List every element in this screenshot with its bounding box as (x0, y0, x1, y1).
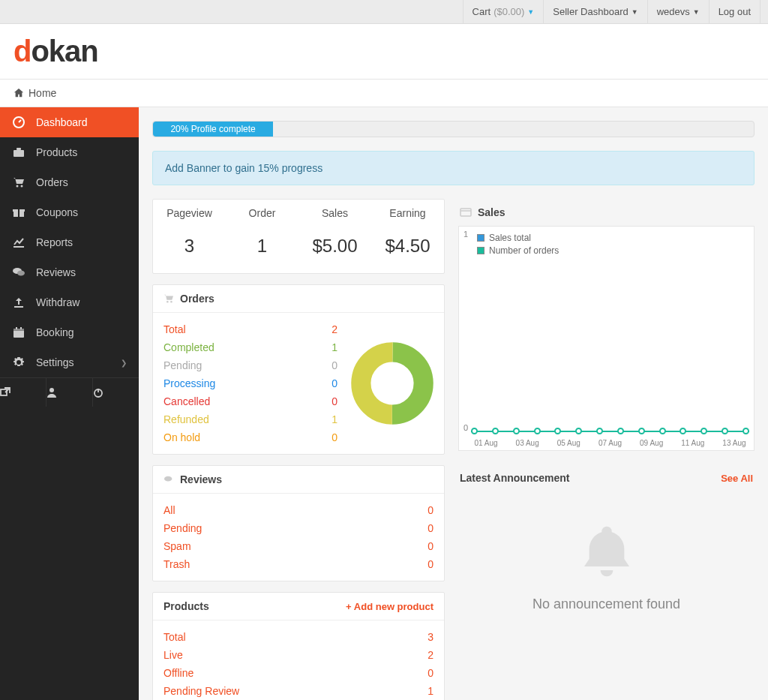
stat-label: Pageview (156, 207, 223, 219)
x-tick: 09 Aug (637, 439, 667, 447)
logout-link[interactable]: Log out (710, 0, 760, 23)
x-tick: 01 Aug (471, 439, 501, 447)
orders-row-cancelled[interactable]: Cancelled0 (164, 392, 338, 410)
home-icon (14, 88, 24, 98)
orders-row-onhold[interactable]: On hold0 (164, 428, 338, 446)
svg-rect-7 (18, 209, 20, 217)
svg-rect-13 (20, 327, 22, 329)
stat-value: $5.00 (302, 236, 368, 257)
comments-icon (164, 475, 174, 484)
sidebar-item-label: Products (36, 146, 77, 158)
caret-down-icon: ▼ (527, 8, 534, 16)
sidebar-item-label: Reports (36, 236, 73, 248)
orders-donut-chart (351, 342, 434, 425)
sidebar-item-label: Dashboard (36, 116, 88, 128)
add-product-link[interactable]: + Add new product (346, 601, 434, 612)
orders-row-completed[interactable]: Completed1 (164, 338, 338, 356)
logo-letter-d: d (14, 35, 31, 68)
products-row-total[interactable]: Total3 (164, 628, 434, 646)
profile-button[interactable] (46, 378, 93, 407)
profile-progress-fill: 20% Profile complete (153, 122, 273, 137)
sidebar-item-withdraw[interactable]: Withdraw (0, 287, 139, 317)
x-tick: 03 Aug (512, 439, 542, 447)
banner-alert: Add Banner to gain 15% progress (152, 151, 754, 185)
orders-row-pending[interactable]: Pending0 (164, 356, 338, 374)
sidebar-item-dashboard[interactable]: Dashboard (0, 107, 139, 137)
sales-chart: 1 Sales total Number of orders 0 01 Aug (458, 226, 754, 451)
sidebar-bottom-icons (0, 377, 139, 407)
orders-row-total[interactable]: Total2 (164, 320, 338, 338)
sidebar-item-orders[interactable]: Orders (0, 167, 139, 197)
stat-value: 1 (229, 236, 296, 257)
sidebar-item-coupons[interactable]: Coupons (0, 197, 139, 227)
x-tick: 11 Aug (678, 439, 708, 447)
chart-line (471, 428, 749, 434)
sales-title: Sales (478, 206, 506, 218)
stat-value: 3 (156, 236, 223, 257)
external-link-button[interactable] (0, 378, 46, 407)
seller-dashboard-menu[interactable]: Seller Dashboard ▼ (544, 0, 647, 23)
cart-menu[interactable]: Cart ($0.00) ▼ (463, 0, 544, 23)
stat-label: Earning (374, 207, 441, 219)
chart-legend: Sales total Number of orders (477, 233, 559, 258)
top-utility-bar: Cart ($0.00) ▼ Seller Dashboard ▼ wedevs… (0, 0, 768, 24)
announcement-empty-text: No announcement found (466, 596, 747, 612)
sidebar-item-label: Reviews (36, 266, 76, 278)
comments-icon (12, 267, 26, 278)
card-title: Reviews (180, 473, 222, 485)
orders-row-processing[interactable]: Processing0 (164, 374, 338, 392)
sidebar-item-settings[interactable]: Settings ❯ (0, 347, 139, 377)
caret-down-icon: ▼ (693, 8, 700, 16)
reviews-card: Reviews All0 Pending0 Spam0 Trash0 (152, 465, 445, 581)
sidebar-item-reviews[interactable]: Reviews (0, 257, 139, 287)
svg-point-9 (17, 271, 25, 276)
gift-icon (12, 207, 26, 218)
gear-icon (12, 356, 26, 368)
svg-point-3 (16, 185, 19, 188)
products-row-pending[interactable]: Pending Review1 (164, 682, 434, 700)
caret-down-icon: ▼ (632, 8, 638, 16)
stats-card: Pageview 3 Order 1 Sales $5.00 Earning (152, 199, 445, 274)
reviews-row-all[interactable]: All0 (164, 501, 434, 519)
svg-point-17 (166, 301, 169, 303)
svg-rect-2 (16, 148, 21, 150)
announcement-section: Latest Announcement See All No announcem… (458, 464, 754, 650)
reviews-row-trash[interactable]: Trash0 (164, 555, 434, 573)
site-logo[interactable]: dokan (14, 35, 754, 68)
stat-earning: Earning $4.50 (371, 200, 444, 273)
stat-label: Order (229, 207, 296, 219)
sidebar-item-label: Booking (36, 326, 74, 338)
seller-dashboard-label: Seller Dashboard (553, 6, 628, 17)
products-row-live[interactable]: Live2 (164, 646, 434, 664)
sidebar-item-reports[interactable]: Reports (0, 227, 139, 257)
svg-point-21 (164, 476, 172, 482)
products-card: Products + Add new product Total3 Live2 … (152, 592, 445, 700)
stat-pageview: Pageview 3 (153, 200, 226, 273)
x-tick: 05 Aug (554, 439, 584, 447)
breadcrumb: Home (0, 80, 768, 107)
cart-icon (12, 177, 26, 188)
sidebar-item-booking[interactable]: Booking (0, 317, 139, 347)
products-row-offline[interactable]: Offline0 (164, 664, 434, 682)
breadcrumb-home[interactable]: Home (28, 87, 56, 99)
sidebar-item-products[interactable]: Products (0, 137, 139, 167)
orders-row-refunded[interactable]: Refunded1 (164, 410, 338, 428)
user-menu[interactable]: wedevs ▼ (648, 0, 710, 23)
card-icon (460, 208, 472, 217)
reviews-row-pending[interactable]: Pending0 (164, 519, 434, 537)
legend-swatch (477, 234, 484, 242)
svg-rect-12 (16, 327, 17, 329)
x-tick: 13 Aug (719, 439, 749, 447)
dashboard-icon (12, 116, 26, 128)
legend-label: Number of orders (489, 245, 559, 256)
chevron-right-icon: ❯ (121, 359, 127, 367)
reviews-row-spam[interactable]: Spam0 (164, 537, 434, 555)
card-title: Products (164, 600, 209, 612)
sidebar-item-label: Settings (36, 356, 74, 368)
power-button[interactable] (93, 378, 139, 407)
see-all-link[interactable]: See All (721, 473, 753, 484)
x-axis: 01 Aug 03 Aug 05 Aug 07 Aug 09 Aug 11 Au… (471, 439, 749, 447)
orders-card: Orders Total2 Completed1 Pending0 Proces… (152, 284, 445, 455)
user-label: wedevs (657, 6, 690, 17)
stat-value: $4.50 (374, 236, 441, 257)
